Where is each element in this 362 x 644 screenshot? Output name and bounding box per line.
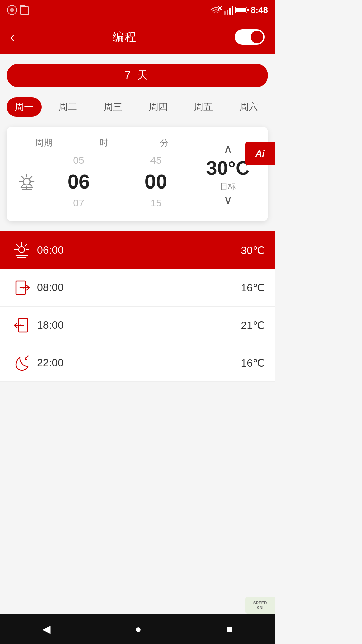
nav-home-button[interactable]: ● [125, 620, 152, 639]
svg-point-12 [23, 178, 30, 185]
picker-current-values: 06 00 [40, 169, 194, 195]
picker-header-min: 分 [151, 137, 178, 149]
svg-point-33 [22, 287, 24, 289]
page-title: 编程 [113, 29, 137, 45]
weekday-tab-1[interactable]: 周二 [48, 97, 87, 117]
picker-prev-row: 05 45 [13, 152, 194, 169]
days-banner[interactable]: 7 天 [7, 64, 268, 87]
schedule-item-0[interactable]: 06:00 30℃ [0, 231, 275, 269]
top-bar: ‹ 编程 [0, 20, 275, 54]
schedule-icon-2 [10, 316, 34, 334]
signal-icon [224, 5, 233, 15]
picker-hour-current[interactable]: 06 [62, 169, 96, 195]
days-label: 7 天 [125, 68, 150, 83]
schedule-time-1: 08:00 [37, 281, 241, 294]
schedule-icon-1 [10, 278, 34, 297]
picker-min-prev[interactable]: 45 [139, 152, 173, 169]
picker-prev-values: 05 45 [40, 152, 194, 169]
status-bar: 8:48 [0, 0, 275, 20]
brand-watermark: SPEEDKNI [245, 597, 275, 614]
sunrise-icon [18, 172, 36, 191]
svg-text:z: z [27, 354, 29, 358]
schedule-icon-3: z z [10, 354, 34, 372]
svg-text:z: z [25, 355, 27, 361]
status-left-icons [7, 5, 29, 15]
nav-back-button[interactable]: ◀ [32, 619, 61, 639]
weekday-tab-2[interactable]: 周三 [94, 97, 132, 117]
schedule-temp-2: 21℃ [241, 319, 265, 332]
svg-rect-7 [229, 8, 231, 15]
svg-rect-8 [232, 6, 233, 15]
svg-rect-10 [247, 9, 249, 11]
schedule-icon-0 [10, 241, 34, 259]
temp-up-button[interactable]: ∧ [224, 143, 232, 155]
schedule-time-3: 22:00 [37, 357, 241, 369]
sunrise-schedule-icon [13, 241, 31, 259]
toggle-knob [251, 31, 263, 43]
svg-point-23 [19, 247, 25, 253]
schedule-temp-1: 16℃ [241, 281, 265, 294]
picker-hour-prev[interactable]: 05 [62, 152, 96, 169]
picker-next-values: 07 15 [40, 195, 194, 211]
ai-badge-label: Ai [255, 148, 265, 159]
return-icon [13, 316, 31, 334]
back-button[interactable]: ‹ [10, 30, 14, 44]
target-temp-display: 30°C [206, 157, 250, 179]
ai-badge[interactable]: Ai [245, 142, 275, 165]
svg-rect-2 [21, 7, 29, 15]
svg-rect-6 [227, 10, 228, 15]
picker-mode-icon [13, 172, 40, 191]
schedule-item-1[interactable]: 08:00 16℃ [0, 269, 275, 307]
svg-line-20 [22, 184, 24, 186]
target-label: 目标 [220, 181, 236, 192]
schedule-list: 06:00 30℃ 08:00 16℃ 18:00 [0, 231, 275, 382]
svg-point-36 [19, 325, 21, 326]
battery-icon [235, 6, 249, 14]
picker-min-current[interactable]: 00 [139, 169, 173, 195]
svg-rect-5 [224, 11, 226, 15]
bottom-navigation: ◀ ● ■ [0, 614, 275, 644]
temp-down-button[interactable]: ∨ [224, 194, 232, 206]
enable-toggle[interactable] [235, 29, 265, 45]
svg-point-1 [10, 8, 14, 12]
picker-header-period: 周期 [30, 137, 57, 149]
svg-line-19 [30, 176, 32, 178]
schedule-item-2[interactable]: 18:00 21℃ [0, 307, 275, 344]
svg-line-18 [30, 184, 32, 186]
svg-rect-11 [236, 8, 246, 12]
status-icon-2 [20, 5, 29, 15]
schedule-temp-0: 30℃ [241, 244, 265, 257]
svg-line-17 [22, 176, 24, 178]
status-time: 8:48 [251, 5, 268, 15]
picker-next-row: 07 15 [13, 195, 194, 211]
weekday-tab-5[interactable]: 周六 [230, 97, 268, 117]
time-picker-card: 周期 时 分 05 45 [7, 127, 268, 221]
schedule-temp-3: 16℃ [241, 357, 265, 369]
nav-recents-button[interactable]: ■ [216, 620, 243, 639]
weekday-tab-3[interactable]: 周四 [139, 97, 177, 117]
status-icon-1 [7, 5, 17, 15]
sleep-icon: z z [13, 354, 31, 372]
picker-header-hour: 时 [90, 137, 117, 149]
schedule-time-2: 18:00 [37, 319, 241, 331]
picker-left: 周期 时 分 05 45 [13, 137, 194, 211]
svg-line-25 [17, 244, 18, 246]
weekday-tab-0[interactable]: 周一 [7, 97, 42, 117]
picker-current-row: 06 00 [13, 169, 194, 195]
picker-hour-next[interactable]: 07 [62, 195, 96, 211]
leave-icon [13, 278, 31, 297]
schedule-time-0: 06:00 [37, 244, 241, 256]
schedule-item-3[interactable]: z z 22:00 16℃ [0, 344, 275, 382]
svg-line-26 [25, 244, 27, 246]
picker-headers: 周期 时 分 [13, 137, 194, 149]
weekday-tab-4[interactable]: 周五 [184, 97, 223, 117]
status-right-icons: 8:48 [210, 5, 268, 15]
picker-min-next[interactable]: 15 [139, 195, 173, 211]
weekday-tabs: 周一 周二 周三 周四 周五 周六 [0, 94, 275, 120]
wifi-x-icon [210, 5, 222, 15]
brand-text: SPEEDKNI [253, 601, 267, 610]
